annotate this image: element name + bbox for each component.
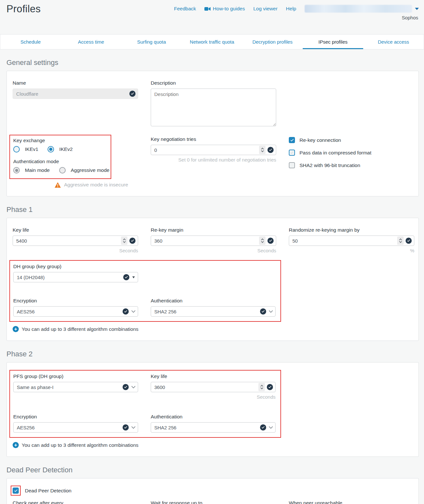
check-circle-icon <box>267 384 273 390</box>
checkbox-unchecked-icon[interactable] <box>289 150 295 156</box>
sha2-truncation-option[interactable]: SHA2 with 96-bit truncation <box>289 162 414 168</box>
dh-group-label: DH group (key group) <box>13 264 138 269</box>
key-life-label: Key life <box>13 227 138 233</box>
check-circle-icon <box>123 425 129 431</box>
check-circle-icon <box>123 384 129 390</box>
number-stepper[interactable] <box>121 236 127 245</box>
key-life-input[interactable] <box>13 236 138 246</box>
key-negotiation-label: Key negotiation tries <box>151 136 276 142</box>
tab-access-time[interactable]: Access time <box>61 35 121 49</box>
name-input[interactable] <box>13 89 138 99</box>
key-life-label: Key life <box>151 373 276 379</box>
number-stepper[interactable] <box>258 383 265 391</box>
phase2-key-life-input[interactable] <box>151 382 276 392</box>
chevron-down-icon[interactable] <box>131 386 136 389</box>
number-stepper[interactable] <box>259 236 266 245</box>
log-viewer-link[interactable]: Log viewer <box>253 6 277 12</box>
number-stepper[interactable] <box>259 146 266 154</box>
checkbox-unchecked-gray-icon[interactable] <box>289 162 295 168</box>
rekey-margin-input[interactable] <box>151 236 276 246</box>
unit-label: % <box>289 248 414 253</box>
page-title: Profiles <box>6 3 41 15</box>
tab-bar: Schedule Access time Surfing quota Netwo… <box>0 34 424 49</box>
when-unreachable-group: When peer unreachable Re-initiate <box>289 500 414 504</box>
tab-surfing-quota[interactable]: Surfing quota <box>121 35 182 49</box>
unit-label: Seconds <box>13 248 138 253</box>
pass-data-compressed-option[interactable]: Pass data in compressed format <box>289 150 414 156</box>
annotation-box-dpd-checkbox <box>11 486 21 496</box>
radio-ikev2[interactable]: IKEv2 <box>48 146 72 152</box>
when-unreachable-label: When peer unreachable <box>289 500 414 504</box>
rekey-connection-option[interactable]: Re-key connection <box>289 137 414 143</box>
phase2-key-life-group: Key life Seconds <box>151 373 276 400</box>
authentication-select[interactable]: SHA2 256 <box>151 422 276 433</box>
check-circle-icon <box>267 147 274 153</box>
tab-network-traffic-quota[interactable]: Network traffic quota <box>182 35 242 49</box>
randomize-input[interactable] <box>289 236 414 246</box>
chevron-down-icon[interactable] <box>269 426 273 429</box>
phase1-rekey-margin-group: Re-key margin Seconds <box>151 227 276 253</box>
help-link[interactable]: Help <box>286 6 296 12</box>
randomize-label: Randomize re-keying margin by <box>289 227 414 233</box>
phase1-add-note: + You can add up to 3 different algorith… <box>13 326 414 332</box>
authentication-select[interactable]: SHA2 256 <box>151 306 276 317</box>
dropdown-caret-icon[interactable] <box>132 277 135 278</box>
warning-triangle-icon <box>55 182 61 188</box>
check-peer-label: Check peer after every <box>13 500 138 504</box>
dh-group-select[interactable]: 14 (DH2048) <box>13 272 138 282</box>
annotation-box-key-exchange: Key exchange IKEv1 IKEv2 Authentication … <box>9 135 111 179</box>
name-field-group: Name <box>13 80 138 128</box>
description-label: Description <box>151 80 276 86</box>
chevron-down-icon[interactable] <box>131 426 136 429</box>
encryption-select[interactable]: AES256 <box>13 422 138 433</box>
radio-aggressive-mode[interactable]: Aggressive mode <box>59 167 110 173</box>
radio-ikev1[interactable]: IKEv1 <box>13 146 38 152</box>
pfs-group-select[interactable]: Same as phase-I <box>13 382 138 392</box>
phase1-panel: Key life Seconds Re-key margin Seconds <box>6 218 419 341</box>
description-textarea[interactable] <box>151 89 276 126</box>
feedback-link[interactable]: Feedback <box>174 6 196 12</box>
chevron-down-icon[interactable] <box>131 310 136 313</box>
add-circle-icon[interactable]: + <box>13 326 19 332</box>
tab-ipsec-profiles[interactable]: IPsec profiles <box>303 35 363 49</box>
phase2-panel: PFS group (DH group) Same as phase-I Key… <box>6 362 419 457</box>
check-peer-group: Check peer after every Seconds <box>13 500 138 504</box>
description-field-group: Description <box>151 80 276 128</box>
add-circle-icon[interactable]: + <box>13 442 19 448</box>
check-circle-icon <box>129 238 136 244</box>
number-stepper[interactable] <box>397 236 404 245</box>
check-circle-icon <box>260 425 266 431</box>
account-selector[interactable] <box>305 5 419 13</box>
howto-guides-link[interactable]: How-to guides <box>204 6 245 12</box>
tab-device-access[interactable]: Device access <box>363 35 424 49</box>
dh-group-field-group: DH group (key group) 14 (DH2048) <box>13 264 138 282</box>
brand-label: Sophos <box>402 15 418 20</box>
phase1-heading: Phase 1 <box>6 205 424 214</box>
checkbox-checked-icon[interactable] <box>289 137 295 143</box>
radio-icon[interactable] <box>13 146 20 152</box>
radio-selected-icon[interactable] <box>48 146 54 152</box>
tab-schedule[interactable]: Schedule <box>0 35 61 49</box>
check-circle-icon <box>260 309 266 315</box>
annotation-box-phase1-algorithms: DH group (key group) 14 (DH2048) <box>9 260 281 322</box>
radio-main-mode[interactable]: Main mode <box>13 167 50 173</box>
key-negotiation-field-group: Key negotiation tries Set 0 for unlimite… <box>151 135 276 188</box>
dpd-enable-label: Dead Peer Detection <box>25 488 71 494</box>
unit-label: Seconds <box>151 394 276 400</box>
radio-selected-gray-icon[interactable] <box>13 167 20 173</box>
general-settings-panel: Name Description Key exchange <box>6 71 419 196</box>
name-label: Name <box>13 80 138 86</box>
encryption-select[interactable]: AES256 <box>13 306 138 317</box>
check-circle-icon <box>123 274 129 280</box>
authentication-label: Authentication <box>151 298 276 304</box>
authentication-label: Authentication <box>151 414 276 420</box>
dpd-enable-checkbox[interactable] <box>13 488 19 494</box>
chevron-down-icon[interactable] <box>269 310 273 313</box>
pfs-group-field-group: PFS group (DH group) Same as phase-I <box>13 373 138 400</box>
chevron-down-icon[interactable] <box>415 8 419 10</box>
general-settings-heading: General settings <box>6 58 424 67</box>
key-negotiation-input[interactable] <box>151 145 276 155</box>
radio-gray-icon[interactable] <box>59 167 66 173</box>
tab-decryption-profiles[interactable]: Decryption profiles <box>242 35 303 49</box>
key-exchange-label: Key exchange <box>13 138 109 143</box>
